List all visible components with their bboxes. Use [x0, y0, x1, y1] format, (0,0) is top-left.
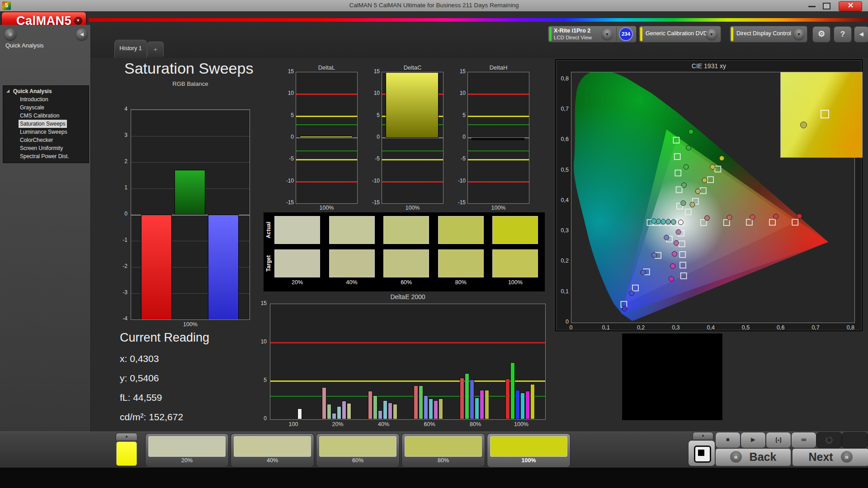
meter-chevron-down-icon[interactable]: ▼ [602, 29, 613, 40]
cie-measured-magenta-3 [672, 251, 677, 256]
record-button[interactable] [842, 432, 868, 448]
plot-area [131, 109, 250, 320]
source-dropdown[interactable]: Generic Calibration DVD ▼ [639, 26, 721, 42]
next-label: Next [808, 450, 833, 463]
source-chevron-down-icon[interactable]: ▼ [706, 29, 717, 40]
workflow-tree: Quick AnalysisIntroductionGrayscaleCMS C… [3, 85, 89, 163]
meter-dropdown[interactable]: X-Rite i1Pro 2 LCD Direct View ▼ 234 [548, 26, 637, 42]
tree-item-spectral-power-dist[interactable]: Spectral Power Dist. [3, 152, 89, 160]
pattern-level-label: 60% [316, 457, 399, 464]
back-button[interactable]: « Back [715, 448, 791, 466]
pattern-level-20%[interactable]: 20% [145, 433, 229, 468]
tab-history-1[interactable]: History 1 [114, 40, 147, 58]
row-label-actual: Actual [265, 216, 272, 244]
y-tick-label: 15 [277, 68, 294, 75]
loop-button[interactable]: ∞ [791, 432, 816, 448]
stop-button[interactable]: ■ [715, 432, 741, 448]
plot-area [296, 72, 358, 204]
logo-menu-chevron-icon[interactable]: ▼ [74, 17, 82, 25]
x-group-label: 60% [416, 421, 443, 427]
deltae-bar-100%-blue [515, 390, 520, 419]
x-tick-label: 0,6 [774, 324, 788, 331]
minimize-icon[interactable] [808, 6, 816, 7]
active-pattern-chip[interactable] [116, 441, 137, 466]
delta-bar [472, 138, 524, 140]
cie-measured-red-4 [774, 214, 778, 219]
tree-item-label: Luminance Sweeps [19, 128, 69, 136]
y-tick-label: 0,8 [556, 75, 569, 82]
pattern-color-swatch [148, 436, 226, 457]
gear-icon: ⚙ [818, 29, 825, 38]
deltae-bar-60%-yellow [439, 399, 443, 419]
y-tick-label: -3 [102, 289, 127, 296]
frame-step-button[interactable] [766, 432, 791, 448]
deltae-bar-60%-blue [424, 395, 428, 419]
tree-item-root[interactable]: Quick Analysis [3, 87, 89, 95]
tree-item-cms-calibration[interactable]: CMS Calibration [3, 112, 89, 120]
collapse-sidebar-button[interactable]: ◀ [76, 28, 88, 40]
sidebar-header: Quick Analysis [5, 42, 44, 49]
close-button[interactable] [839, 1, 862, 11]
expand-transport-panel-button[interactable]: ▲ [693, 432, 713, 440]
y-tick-label: 5 [363, 112, 380, 118]
deltae-bar-40%-cyan [383, 400, 387, 420]
ref-line [296, 181, 357, 183]
y-tick-label: -5 [363, 155, 380, 162]
help-button[interactable]: ? [834, 26, 852, 42]
workflow-menu-button[interactable] [5, 28, 16, 40]
meter-count-badge[interactable]: 234 [619, 27, 633, 41]
y-tick-label: 2 [102, 158, 127, 164]
y-tick-label: 4 [102, 106, 127, 112]
tree-item-introduction[interactable]: Introduction [3, 95, 89, 103]
refresh-button[interactable] [816, 432, 842, 448]
deltae-bar-40%-green [373, 395, 377, 419]
delta-c-chart: DeltaC 100% 151050-5-10-15 [362, 63, 448, 212]
x-group-label: 20% [324, 421, 351, 427]
pattern-level-80%[interactable]: 80% [401, 433, 485, 468]
y-tick-label: 10 [277, 90, 294, 96]
ref-line [468, 116, 529, 117]
pattern-level-60%[interactable]: 60% [316, 433, 400, 468]
chart-title: DeltaE 2000 [270, 293, 545, 300]
tree-item-grayscale[interactable]: Grayscale [3, 103, 89, 112]
play-button[interactable]: ▶ [741, 432, 766, 448]
cie-measured-green-1 [681, 201, 686, 206]
cie-measured-yellow-4 [710, 164, 715, 169]
cie-measured-cyan-2 [666, 219, 671, 224]
next-arrow-icon: » [841, 451, 853, 463]
cie-measured-blue-2 [652, 253, 657, 258]
tree-item-label: ColorChecker [19, 136, 54, 144]
y-axis: 0,80,70,60,50,40,30,20,10 [556, 60, 570, 332]
tree-item-saturation-sweeps[interactable]: Saturation Sweeps [3, 120, 89, 128]
stop-icon: ■ [726, 436, 730, 443]
play-icon: ▶ [751, 436, 755, 443]
expand-pattern-panel-button[interactable]: ▲ [116, 433, 137, 441]
display-control-dropdown[interactable]: Direct Display Control ▼ [730, 26, 807, 42]
collapse-right-panel-button[interactable]: ◀ [854, 26, 868, 42]
radio-dot-icon [9, 33, 12, 36]
y-tick-label: -5 [448, 155, 466, 162]
tree-item-luminance-sweeps[interactable]: Luminance Sweeps [3, 128, 89, 136]
deltae-bar-100%-green [510, 362, 515, 419]
pattern-window-button[interactable] [688, 440, 715, 466]
cie-measured-red-2 [727, 215, 732, 220]
tree-item-screen-uniformity[interactable]: Screen Uniformity [3, 144, 89, 152]
x-tick-label: 0,4 [703, 324, 718, 331]
cie-measured-green-4 [686, 145, 691, 150]
add-tab-button[interactable]: + [147, 42, 164, 57]
next-button[interactable]: Next » [792, 448, 868, 466]
restore-icon[interactable] [823, 3, 830, 9]
deltae-bar-100-magenta [297, 408, 302, 419]
y-tick-label: 0 [448, 134, 466, 140]
settings-button[interactable]: ⚙ [812, 26, 830, 42]
cie-measured-yellow-3 [702, 178, 707, 183]
taskbar: e 5 17:57 12.06.2014 [0, 468, 868, 488]
display-control-chevron-down-icon[interactable]: ▼ [793, 29, 804, 40]
pattern-level-100%[interactable]: 100% [487, 433, 571, 468]
deltae-bar-100%-magenta [525, 391, 530, 419]
tree-item-colorchecker[interactable]: ColorChecker [3, 136, 89, 144]
pattern-level-40%[interactable]: 40% [231, 433, 314, 468]
ref-line [296, 116, 357, 117]
y-tick-label: 0,1 [556, 288, 569, 295]
pattern-color-swatch [405, 436, 482, 457]
